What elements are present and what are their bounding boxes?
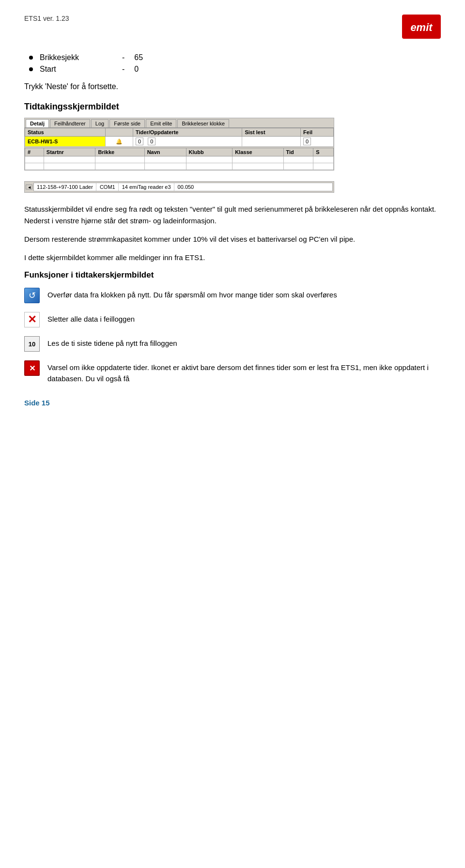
col-s: S bbox=[313, 148, 334, 156]
tab-brikkeleser-klokke[interactable]: Brikkeleser klokke bbox=[177, 119, 229, 127]
data-row-1 bbox=[25, 156, 334, 163]
cell-startnr-2 bbox=[44, 163, 95, 170]
bullet-value-brikkesjekk: 65 bbox=[134, 53, 143, 62]
svg-text:emit: emit bbox=[410, 21, 433, 33]
bullet-dot-2 bbox=[29, 67, 33, 71]
col-klasse: Klasse bbox=[232, 148, 283, 156]
tab-forste-side[interactable]: Første side bbox=[109, 119, 145, 127]
col-tid: Tid bbox=[283, 148, 313, 156]
bullet-item-start: Start - 0 bbox=[29, 65, 441, 74]
transfer-icon bbox=[24, 288, 40, 303]
cell-s-2 bbox=[313, 163, 334, 170]
cell-brikke-2 bbox=[95, 163, 144, 170]
col-tider: Tider/Oppdaterte bbox=[133, 128, 242, 137]
page-footer: Side 15 bbox=[24, 399, 441, 407]
bullet-label-start: Start bbox=[40, 65, 112, 74]
sb-device: 112-158-+97-100 Lader bbox=[34, 183, 96, 191]
bullet-dash-1: - bbox=[122, 65, 124, 74]
cell-klubb-1 bbox=[186, 156, 232, 163]
status-bar-screenshot: ◀ 112-158-+97-100 Lader COM1 14 emiTag r… bbox=[24, 181, 334, 193]
col-hash: # bbox=[25, 148, 44, 156]
cell-tid-2 bbox=[283, 163, 313, 170]
delete-icon: ✕ bbox=[24, 312, 40, 327]
scroll-left[interactable]: ◀ bbox=[26, 185, 32, 189]
cell-klasse-1 bbox=[232, 156, 283, 163]
warn-icon: ✕ bbox=[24, 360, 40, 376]
col-sist-lest: Sist lest bbox=[242, 128, 301, 137]
col-icon bbox=[106, 128, 133, 137]
tab-emit-elite[interactable]: Emit elite bbox=[146, 119, 176, 127]
col-feil: Feil bbox=[301, 128, 334, 137]
feil-cell: 0 bbox=[301, 137, 334, 147]
cell-brikke-1 bbox=[95, 156, 144, 163]
cell-klasse-2 bbox=[232, 163, 283, 170]
cell-navn-1 bbox=[144, 156, 186, 163]
col-navn: Navn bbox=[144, 148, 186, 156]
timing-screen-heading: Tidtakingsskjermbildet bbox=[24, 102, 441, 112]
status-bar-cells: 112-158-+97-100 Lader COM1 14 emiTag rea… bbox=[33, 183, 333, 191]
ten-icon: 10 bbox=[24, 336, 40, 352]
status-value: ECB-HW1-S bbox=[25, 137, 106, 147]
bullet-dash-0: - bbox=[122, 53, 124, 62]
version-title: ETS1 ver. 1.23 bbox=[24, 15, 69, 22]
func-text-transfer: Overfør data fra klokken på nytt. Du får… bbox=[47, 288, 441, 301]
cell-klubb-2 bbox=[186, 163, 232, 170]
func-text-warn: Varsel om ikke oppdaterte tider. Ikonet … bbox=[47, 360, 441, 384]
sist-lest-cell bbox=[242, 137, 301, 147]
col-startnr: Startnr bbox=[44, 148, 95, 156]
body-text-1: Statusskjermbildet vil endre seg fra rød… bbox=[24, 203, 441, 227]
bullet-dot bbox=[29, 56, 33, 60]
page-number: Side 15 bbox=[24, 399, 50, 407]
func-item-delete: ✕ Sletter alle data i feilloggen bbox=[24, 312, 441, 327]
bullet-value-start: 0 bbox=[134, 65, 139, 74]
bullet-list: Brikkesjekk - 65 Start - 0 bbox=[29, 53, 441, 74]
func-item-warn: ✕ Varsel om ikke oppdaterte tider. Ikone… bbox=[24, 360, 441, 384]
tab-feilhandterer[interactable]: Feilhåndterer bbox=[50, 119, 90, 127]
status-table: Status Tider/Oppdaterte Sist lest Feil E… bbox=[25, 128, 334, 147]
timing-screen-screenshot: Detalj Feilhåndterer Log Første side Emi… bbox=[24, 118, 334, 170]
body-text-4: I dette skjermbildet kommer alle melding… bbox=[24, 252, 441, 264]
func-item-ten: 10 Les de ti siste tidene på nytt fra fi… bbox=[24, 336, 441, 352]
tab-detalj[interactable]: Detalj bbox=[26, 119, 49, 127]
sb-time: 00.050 bbox=[175, 183, 197, 191]
tider-cell: 0 0 bbox=[133, 137, 242, 147]
body-text-3: Dersom resterende strømmkapasitet kommer… bbox=[24, 233, 441, 245]
cell-navn-2 bbox=[144, 163, 186, 170]
func-text-delete: Sletter alle data i feilloggen bbox=[47, 312, 441, 325]
func-text-ten: Les de ti siste tidene på nytt fra fillo… bbox=[47, 336, 441, 349]
sb-reader: 14 emiTag reader e3 bbox=[119, 183, 174, 191]
col-klubb: Klubb bbox=[186, 148, 232, 156]
func-item-transfer: Overfør data fra klokken på nytt. Du får… bbox=[24, 288, 441, 303]
cell-tid-1 bbox=[283, 156, 313, 163]
cell-hash-1 bbox=[25, 156, 44, 163]
icon-cell: 🔔 bbox=[106, 137, 133, 147]
status-row: ECB-HW1-S 🔔 0 0 0 bbox=[25, 137, 334, 147]
tab-log[interactable]: Log bbox=[91, 119, 108, 127]
func-section-heading: Funksjoner i tidtakerskjermbildet bbox=[24, 270, 441, 280]
page-header: ETS1 ver. 1.23 emit bbox=[24, 15, 441, 39]
data-row-2 bbox=[25, 163, 334, 170]
bullet-item-brikkesjekk: Brikkesjekk - 65 bbox=[29, 53, 441, 62]
cell-s-1 bbox=[313, 156, 334, 163]
bullet-label-brikkesjekk: Brikkesjekk bbox=[40, 53, 112, 62]
cell-hash-2 bbox=[25, 163, 44, 170]
cell-startnr-1 bbox=[44, 156, 95, 163]
emit-logo: emit bbox=[402, 15, 441, 39]
tab-bar: Detalj Feilhåndterer Log Første side Emi… bbox=[25, 118, 334, 128]
data-table: # Startnr Brikke Navn Klubb Klasse Tid S bbox=[25, 148, 334, 170]
col-brikke: Brikke bbox=[95, 148, 144, 156]
sb-port: COM1 bbox=[97, 183, 119, 191]
instruction-text: Trykk 'Neste' for å fortsette. bbox=[24, 82, 441, 91]
col-status: Status bbox=[25, 128, 106, 137]
